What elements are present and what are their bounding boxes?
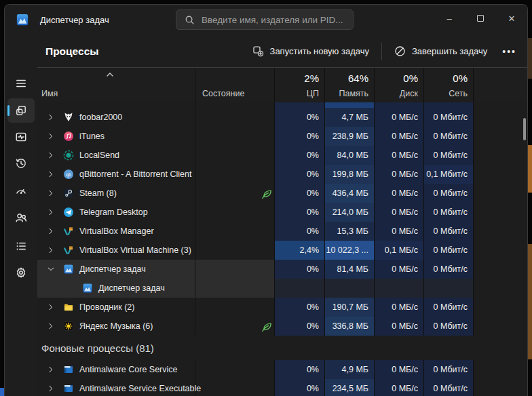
more-options-button[interactable]: ••• [495, 42, 523, 61]
cell-network: 0 Мбит/с [424, 360, 474, 379]
column-header-disk[interactable]: 0% Диск [375, 68, 424, 102]
table-row[interactable]: Проводник (2)0%190,7 МБ0 МБ/с0 Мбит/с [37, 298, 528, 317]
details-icon [15, 240, 27, 252]
cell-disk: 0 МБ/с [375, 260, 424, 279]
sidebar-item-processes[interactable] [7, 98, 35, 123]
column-header-network[interactable]: 0% Сеть [424, 68, 474, 102]
chevron-right-icon[interactable] [45, 184, 56, 203]
sidebar-item-details[interactable] [7, 234, 35, 258]
maximize-button[interactable] [465, 5, 496, 32]
sidebar-item-users[interactable] [7, 205, 35, 230]
column-header-name[interactable]: Имя [37, 68, 195, 102]
background-window-sliver [528, 145, 532, 193]
cell-name: Antimalware Core Service [37, 360, 195, 379]
chevron-right-icon[interactable] [45, 317, 56, 336]
cell-memory: 199,8 МБ [325, 165, 375, 184]
run-new-task-button[interactable]: Запустить новую задачу [244, 41, 377, 62]
cell-memory: 238,9 МБ [325, 127, 375, 146]
cell-disk: 0 МБ/с [375, 108, 424, 127]
column-header-status[interactable]: Состояние [195, 68, 275, 102]
cpu-total-percent: 2% [304, 73, 319, 84]
table-row[interactable]: Steam (8)0%436,4 МБ0 МБ/с0 Мбит/с [37, 184, 528, 203]
sidebar-item-performance[interactable] [7, 125, 35, 149]
memory-total-percent: 64% [348, 73, 368, 84]
cell-disk: 0 МБ/с [375, 379, 424, 396]
cell-memory: 190,7 МБ [325, 298, 375, 317]
chevron-right-icon[interactable] [45, 165, 56, 184]
cell-network: 0 Мбит/с [424, 379, 474, 396]
chevron-down-icon[interactable] [45, 260, 56, 279]
telegram-icon [63, 207, 74, 218]
cell-disk [375, 279, 424, 298]
table-row[interactable]: iTunes0%238,9 МБ0 МБ/с0 Мбит/с [37, 127, 528, 146]
cell-network: 0 Мбит/с [424, 222, 474, 241]
cell-cpu: 0% [275, 108, 325, 127]
chevron-right-icon[interactable] [45, 127, 56, 146]
cell-cpu: 0% [275, 203, 325, 222]
network-total-percent: 0% [453, 73, 468, 84]
table-row[interactable]: Яндекс Музыка (6)0%336,8 МБ0 МБ/с0 Мбит/… [37, 317, 528, 336]
cell-memory: 10 022,3 ... [325, 241, 375, 260]
table-row[interactable]: Диспетчер задач [37, 279, 528, 298]
cell-cpu: 0% [275, 146, 325, 165]
column-header-cpu[interactable]: 2% ЦП [275, 68, 325, 102]
vertical-scrollbar-thumb[interactable] [523, 118, 526, 140]
maximize-icon [477, 15, 484, 22]
cell-status [195, 127, 275, 146]
process-name: Диспетчер задач [98, 283, 165, 293]
process-name: Диспетчер задач [79, 264, 146, 274]
table-row[interactable]: foobar20000%4,7 МБ0 МБ/с0 Мбит/с [37, 108, 528, 127]
table-row[interactable]: LocalSend0%84,0 МБ0 МБ/с0 Мбит/с [37, 146, 528, 165]
table-row[interactable]: Antimalware Core Service0%4,9 МБ0 МБ/с0 … [37, 360, 528, 379]
cell-status [195, 108, 275, 127]
process-name: Проводник (2) [79, 302, 134, 312]
table-row[interactable]: Telegram Desktop0%214,0 МБ0 МБ/с0 Мбит/с [37, 203, 528, 222]
section-header-background-processes: Фоновые процессы (81) [37, 336, 528, 360]
chevron-right-icon[interactable] [45, 241, 56, 260]
cell-disk: 0 МБ/с [375, 298, 424, 317]
sidebar-item-menu[interactable] [7, 71, 35, 96]
sidebar-item-app-history[interactable] [7, 151, 35, 176]
table-row[interactable]: VirtualBox Manager0%15,3 МБ0 МБ/с0 Мбит/… [37, 222, 528, 241]
chevron-right-icon[interactable] [45, 108, 56, 127]
close-button[interactable]: ✕ [496, 5, 527, 32]
end-task-icon [394, 45, 406, 57]
chevron-right-icon[interactable] [45, 298, 56, 317]
cell-disk: 0,1 МБ/с [375, 241, 424, 260]
chevron-right-icon[interactable] [45, 203, 56, 222]
eco-mode-leaf-icon [261, 320, 273, 332]
chevron-right-icon[interactable] [45, 360, 56, 379]
column-header-memory[interactable]: 64% Память [325, 68, 375, 102]
cell-disk: 0 МБ/с [375, 222, 424, 241]
row-filler [474, 222, 528, 241]
cell-cpu [275, 279, 325, 298]
row-filler [474, 279, 528, 298]
search-input[interactable]: Введите имя, издателя или PID... [176, 9, 354, 30]
end-task-button[interactable]: Завершить задачу [386, 41, 495, 62]
cell-name: Яндекс Музыка (6) [37, 317, 195, 336]
cell-name: LocalSend [37, 146, 195, 165]
table-row[interactable]: qbqBittorrent - A Bittorrent Client0%199… [37, 165, 528, 184]
cell-network: 0 Мбит/с [424, 184, 474, 203]
sidebar-item-services[interactable] [7, 260, 35, 285]
cell-status [195, 203, 275, 222]
cell-memory: 4,7 МБ [325, 108, 375, 127]
search-icon [185, 15, 195, 25]
minimize-button[interactable]: – [434, 5, 465, 32]
cell-status [195, 317, 275, 336]
column-label-name: Имя [41, 89, 58, 98]
column-label-disk: Диск [400, 89, 418, 98]
chevron-right-icon[interactable] [45, 222, 56, 241]
table-row[interactable]: Диспетчер задач0%81,4 МБ0 МБ/с0 Мбит/с [37, 260, 528, 279]
sliver-cell [195, 102, 275, 108]
process-name: VirtualBox Virtual Machine (3) [79, 245, 191, 255]
cell-name: Telegram Desktop [37, 203, 195, 222]
sidebar-item-startup-apps[interactable] [7, 178, 35, 203]
cell-cpu: 0% [275, 222, 325, 241]
services-icon [15, 266, 27, 279]
table-row[interactable]: VirtualBox Virtual Machine (3)2,4%10 022… [37, 241, 528, 260]
chevron-right-icon[interactable] [45, 379, 56, 396]
chevron-right-icon[interactable] [45, 146, 56, 165]
table-row[interactable]: Antimalware Service Executable0%234,5 МБ… [37, 379, 528, 396]
cell-network: 0 Мбит/с [424, 260, 474, 279]
